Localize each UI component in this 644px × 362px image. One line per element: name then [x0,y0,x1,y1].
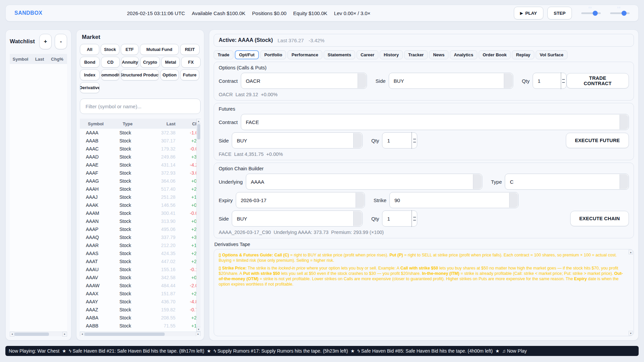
table-row[interactable]: AAASStock424.35+2.8 [80,249,201,257]
table-row[interactable]: AAANStock313.90+0.8 [80,217,201,225]
tab-career[interactable]: Career [357,50,378,59]
table-row[interactable]: AAAHStock517.40+2.8 [80,185,201,193]
table-row[interactable]: AAAWStock484.44-2.03 [80,282,201,290]
options-qty-stepper[interactable] [561,72,566,89]
market-filter-structured-product[interactable]: Structured Product [121,69,159,80]
chain-qty-stepper[interactable] [412,210,417,227]
table-row[interactable]: AAAKStock146.56+0.0 [80,201,201,209]
market-filter-stock[interactable]: Stock [101,44,119,55]
scroll-right-icon[interactable]: ▸ [62,332,67,337]
table-row[interactable]: AAACStock179.32-0.03 [80,145,201,153]
market-filter-input[interactable] [80,99,201,114]
market-filter-all[interactable]: All [80,44,99,55]
options-contract-select[interactable]: OACR [241,73,367,89]
table-row[interactable]: AABBStock71.55+1.1 [80,322,201,330]
chain-qty-field[interactable] [382,216,406,222]
watchlist-hscrollbar[interactable]: ◂ ▸ [10,331,67,336]
chain-side-select[interactable]: BUY [232,210,363,227]
market-filter-option[interactable]: Option [160,69,179,80]
table-row[interactable]: AAAGStock364.06+0.8 [80,177,201,185]
tab-opt-fut[interactable]: Opt/Fut [235,50,259,59]
table-row[interactable]: AAAUStock155.16-0.19 [80,265,201,274]
table-row[interactable]: AAAXStock151.87+2.3 [80,290,201,298]
options-qty-input[interactable] [533,73,567,89]
table-row[interactable]: AAAZStock159.82-0.78 [80,306,201,314]
table-row[interactable]: AAAFStock372.93-3.07 [80,169,201,177]
speed-slider-thumb[interactable] [593,11,598,16]
options-qty-field[interactable] [533,78,556,84]
futures-contract-select[interactable]: FACE [241,114,629,130]
futures-side-select[interactable]: BUY [232,132,363,148]
watchlist-add-button[interactable]: + [39,34,52,49]
scroll-up-icon[interactable]: ▴ [197,119,201,123]
table-row[interactable]: AAABStock307.17+2.2 [80,137,201,145]
execute-future-button[interactable]: EXECUTE FUTURE [566,133,629,148]
market-filter-commodity[interactable]: Commodity [101,69,119,80]
market-filter-mutual-fund[interactable]: Mutual Fund [140,44,179,55]
trade-contract-button[interactable]: TRADE CONTRACT [567,73,629,88]
tape-vscrollbar[interactable]: ▴ ▾ [628,250,633,336]
execute-chain-button[interactable]: EXECUTE CHAIN [570,211,629,226]
chain-underlying-select[interactable]: AAAA [246,174,482,190]
market-filter-bond[interactable]: Bond [80,57,100,68]
table-row[interactable]: AAAJStock251.28+1.3 [80,193,201,201]
tab-history[interactable]: History [380,50,403,59]
futures-qty-field[interactable] [382,138,406,143]
market-vscrollbar[interactable]: ▴ ▾ [196,119,201,331]
table-row[interactable]: AAAEStock431.14-4.23 [80,161,201,169]
scroll-left-icon[interactable]: ◂ [10,332,14,337]
futures-qty-input[interactable] [382,132,417,148]
options-side-select[interactable]: BUY [389,73,513,89]
chain-qty-input[interactable] [382,210,417,227]
market-filter-fx[interactable]: FX [181,57,201,68]
scroll-down-icon[interactable]: ▾ [629,331,633,336]
market-filter-etf[interactable]: ETF [121,44,139,55]
watchlist-remove-button[interactable]: - [55,34,67,49]
scroll-left-icon[interactable]: ◂ [80,332,85,337]
tab-performance[interactable]: Performance [287,50,322,59]
futures-qty-stepper[interactable] [412,132,417,149]
play-button[interactable]: ▶ PLAY [514,7,543,19]
volume-slider[interactable] [610,12,630,14]
table-row[interactable]: AAAPStock495.06+2.6 [80,225,201,233]
market-filter-annuity[interactable]: Annuity [121,57,139,68]
market-filter-cd[interactable]: CD [101,57,120,68]
table-row[interactable]: AABAStock208.55+2.2 [80,314,201,322]
tab-order-book[interactable]: Order Book [479,50,511,59]
scroll-down-icon[interactable]: ▾ [197,327,201,331]
market-filter-index[interactable]: Index [80,69,100,80]
market-hscrollbar[interactable]: ◂ ▸ [80,331,201,336]
tab-news[interactable]: News [429,50,448,59]
tab-tracker[interactable]: Tracker [404,50,428,59]
table-row[interactable]: AAATStock447.02+2.0 [80,257,201,265]
table-row[interactable]: AAAQStock337.79+3.0 [80,233,201,241]
tab-portfolio[interactable]: Portfolio [260,50,286,59]
tab-statements[interactable]: Statements [324,50,355,59]
chain-type-select[interactable]: C [505,174,629,190]
market-vscroll-thumb[interactable] [197,124,200,139]
table-row[interactable]: AAAVStock342.58+0.8 [80,274,201,282]
watchlist-hscroll-thumb[interactable] [14,333,49,336]
market-filter-reit[interactable]: REIT [180,44,200,55]
table-row[interactable]: AAAAStock372.38-1.03 [80,129,201,137]
volume-slider-thumb[interactable] [622,11,627,16]
chain-strike-select[interactable]: 90 [389,192,519,208]
table-row[interactable]: AAARStock212.20+1.7 [80,241,201,249]
market-hscroll-thumb[interactable] [85,333,165,336]
market-filter-derivative[interactable]: Derivative [80,82,100,93]
table-row[interactable]: AAADStock249.86+3.3 [80,153,201,161]
tab-analytics[interactable]: Analytics [450,50,477,59]
table-row[interactable]: AAAMStock300.41-0.07 [80,209,201,217]
tab-vol-surface[interactable]: Vol Surface [536,50,568,59]
table-row[interactable]: AAAYStock436.70-4.83 [80,298,201,306]
market-filter-future[interactable]: Future [180,69,199,80]
speed-slider[interactable] [581,12,601,14]
step-button[interactable]: STEP [547,7,572,19]
scroll-right-icon[interactable]: ▸ [196,332,201,337]
tab-replay[interactable]: Replay [512,50,534,59]
scroll-up-icon[interactable]: ▴ [629,250,633,254]
market-filter-metal[interactable]: Metal [161,57,180,68]
market-filter-crypto[interactable]: Crypto [140,57,160,68]
chain-expiry-select[interactable]: 2026-03-17 [236,192,365,208]
tab-trade[interactable]: Trade [214,50,233,59]
